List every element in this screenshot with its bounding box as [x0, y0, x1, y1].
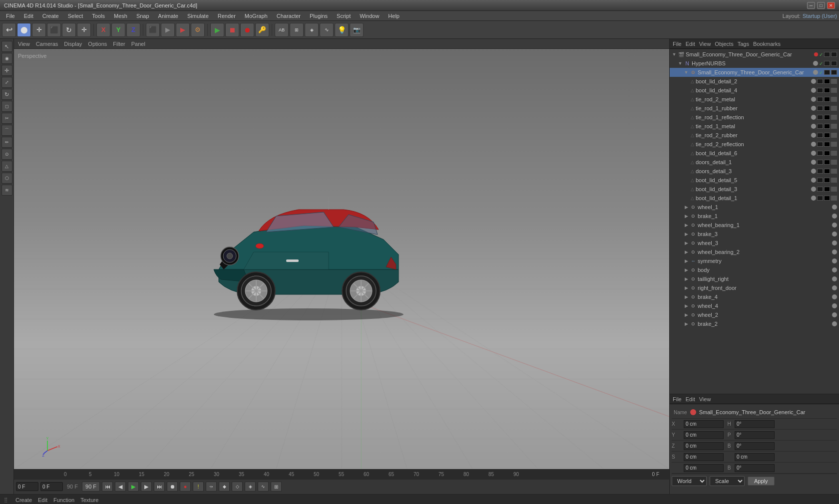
- tl-curve[interactable]: ∿: [258, 482, 269, 492]
- check-icon[interactable]: ✓: [819, 52, 823, 57]
- tl-key2[interactable]: ◇: [232, 482, 243, 492]
- expand-icon[interactable]: ▶: [684, 321, 689, 326]
- om-menu-edit[interactable]: Edit: [686, 41, 695, 47]
- scale-dropdown[interactable]: Scale: [710, 476, 745, 486]
- tl-end-frame[interactable]: 90 F: [82, 482, 100, 492]
- vis-dot[interactable]: [832, 267, 837, 272]
- om-row-car-root[interactable]: ▼ ⊙ Small_Economy_Three_Door_Generic_Car…: [670, 68, 839, 77]
- vis-dot[interactable]: [832, 241, 837, 246]
- frame-input-2[interactable]: [40, 482, 63, 491]
- menu-mograph[interactable]: MoGraph: [241, 12, 272, 20]
- check-icon[interactable]: ✓: [819, 61, 823, 66]
- vis-dot[interactable]: [811, 124, 816, 129]
- render-settings-button[interactable]: ⚙: [191, 23, 205, 37]
- live-sel-tool[interactable]: ◉: [1, 53, 12, 64]
- om-row-doors-1[interactable]: △ doors_detail_1: [670, 158, 839, 167]
- vp-menu-panel[interactable]: Panel: [131, 41, 145, 47]
- vis-dot[interactable]: [832, 312, 837, 317]
- b2-input[interactable]: [735, 464, 775, 472]
- knife-tool[interactable]: ✂: [1, 113, 12, 124]
- vis-dot[interactable]: [811, 196, 816, 201]
- p-input[interactable]: [735, 431, 775, 439]
- play-button[interactable]: ▶: [210, 23, 224, 37]
- expand-icon[interactable]: ▶: [684, 232, 689, 237]
- om-row-wheel1[interactable]: ▶ ⊙ wheel_1: [670, 203, 839, 212]
- apply-button[interactable]: Apply: [748, 477, 775, 486]
- menu-help[interactable]: Help: [384, 12, 404, 20]
- tl-motion[interactable]: ⤼: [206, 482, 217, 492]
- vis-dot[interactable]: [813, 70, 818, 75]
- bend-tool[interactable]: ⌒: [1, 125, 12, 136]
- om-row-boot-lid-1[interactable]: △ boot_lid_detail_1: [670, 194, 839, 203]
- vp-menu-view[interactable]: View: [18, 41, 30, 47]
- om-row-tie-rod-1r[interactable]: △ tie_rod_1_rubber: [670, 104, 839, 113]
- x-input[interactable]: [684, 420, 724, 428]
- vis-dot[interactable]: [811, 133, 816, 138]
- om-row-doors-3[interactable]: △ doors_detail_3: [670, 167, 839, 176]
- render-region-button[interactable]: ⬛: [146, 23, 160, 37]
- om-row-wheel2[interactable]: ▶ ⊙ wheel_2: [670, 310, 839, 319]
- menu-character[interactable]: Character: [273, 12, 305, 20]
- menu-animate[interactable]: Animate: [154, 12, 182, 20]
- expand-icon[interactable]: ▶: [684, 250, 689, 254]
- vis-dot[interactable]: [811, 178, 816, 183]
- om-row-tie-rod-1m[interactable]: △ tie_rod_1_metal: [670, 122, 839, 131]
- rotate-button[interactable]: ↻: [62, 23, 76, 37]
- render-button[interactable]: ▶: [161, 23, 175, 37]
- tl-auto-key[interactable]: ●: [180, 482, 191, 492]
- camera-button[interactable]: 📷: [350, 23, 364, 37]
- menu-script[interactable]: Script: [333, 12, 355, 20]
- om-row-taillight[interactable]: ▶ ⊙ taillight_right: [670, 274, 839, 283]
- om-row-tie-rod-2r[interactable]: △ tie_rod_2_rubber: [670, 131, 839, 140]
- anim-tools[interactable]: 🔑: [255, 23, 269, 37]
- vis-dot[interactable]: [832, 321, 837, 326]
- vis-dot[interactable]: [811, 151, 816, 156]
- minimize-button[interactable]: ─: [807, 2, 815, 9]
- vis-dot[interactable]: [811, 160, 816, 165]
- vp-menu-options[interactable]: Options: [88, 41, 107, 47]
- effector-button[interactable]: ◈: [305, 23, 319, 37]
- om-row-symmetry[interactable]: ▶ ↔ symmetry: [670, 256, 839, 265]
- expand-icon[interactable]: ▶: [684, 285, 689, 290]
- expand-icon[interactable]: ▶: [684, 223, 689, 228]
- poly-tool[interactable]: ◻: [1, 101, 12, 112]
- om-row-wb2[interactable]: ▶ ⊙ wheel_bearing_2: [670, 248, 839, 256]
- expand-icon[interactable]: ▼: [672, 52, 677, 57]
- vis-dot[interactable]: [832, 214, 837, 219]
- axis-z-button[interactable]: Z: [126, 23, 140, 37]
- scale-button[interactable]: ⬛: [47, 23, 61, 37]
- tl-next-frame[interactable]: ▶: [141, 482, 152, 492]
- world-dropdown[interactable]: World: [672, 476, 707, 486]
- expand-icon[interactable]: ▼: [678, 61, 683, 66]
- tl-play[interactable]: ▶: [128, 482, 139, 492]
- om-row-brake3[interactable]: ▶ ⊙ brake_3: [670, 230, 839, 239]
- vp-menu-cameras[interactable]: Cameras: [36, 41, 58, 47]
- vis-dot[interactable]: [811, 88, 816, 93]
- axis-x-button[interactable]: X: [96, 23, 110, 37]
- om-row-brake1[interactable]: ▶ ⊙ brake_1: [670, 212, 839, 221]
- vis-dot[interactable]: [811, 97, 816, 102]
- render-active-button[interactable]: ▶: [176, 23, 190, 37]
- om-row-hypernurbs[interactable]: ▼ N HyperNURBS ✓: [670, 59, 839, 68]
- bh-function[interactable]: Function: [53, 497, 74, 503]
- tl-goto-end[interactable]: ⏭: [154, 482, 165, 492]
- bh-create[interactable]: Create: [15, 497, 32, 503]
- sz-input[interactable]: [684, 464, 724, 472]
- expand-icon[interactable]: ▼: [684, 70, 689, 75]
- expand-icon[interactable]: ▶: [684, 214, 689, 219]
- vis-dot[interactable]: [811, 142, 816, 147]
- vp-menu-display[interactable]: Display: [64, 41, 82, 47]
- expand-icon[interactable]: ▶: [684, 258, 689, 263]
- record-button[interactable]: ⏺: [240, 23, 254, 37]
- visibility-dot[interactable]: [814, 52, 818, 56]
- am-menu-file[interactable]: File: [673, 396, 682, 402]
- z-input[interactable]: [684, 442, 724, 450]
- vis-dot[interactable]: [832, 232, 837, 237]
- om-row-wheel4[interactable]: ▶ ⊙ wheel_4: [670, 301, 839, 310]
- vis-dot[interactable]: [811, 106, 816, 111]
- tl-key3[interactable]: ◈: [245, 482, 256, 492]
- paint-tool[interactable]: ⬡: [1, 173, 12, 184]
- h-input[interactable]: [735, 420, 775, 428]
- bh-edit[interactable]: Edit: [38, 497, 47, 503]
- stop-button[interactable]: ⏹: [225, 23, 239, 37]
